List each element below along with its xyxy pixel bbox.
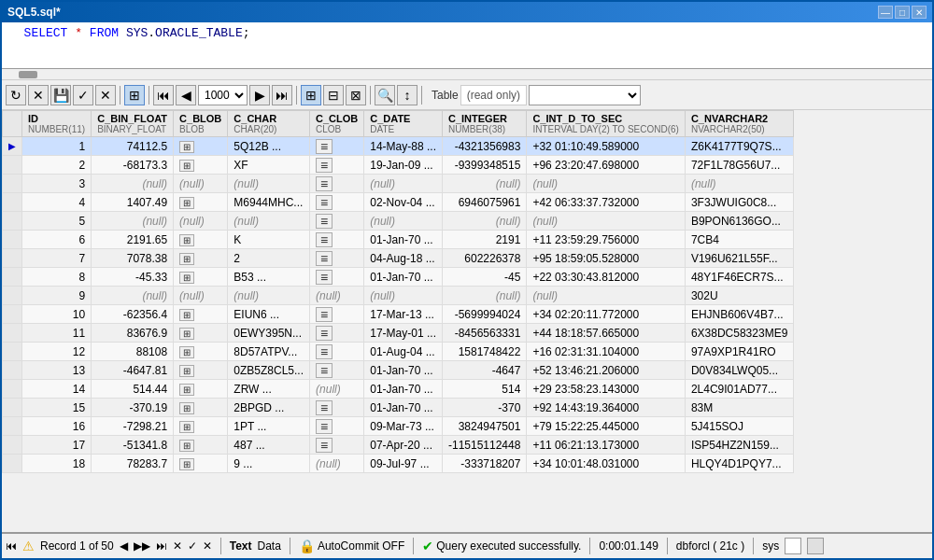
cell-clob[interactable]: (null) (310, 455, 364, 473)
cell-int-d[interactable]: +95 18:59:05.528000 (527, 249, 686, 268)
cell-char[interactable]: 2BPGD ... (228, 399, 310, 417)
cell-date[interactable]: 04-Aug-18 ... (364, 249, 443, 268)
cell-blob[interactable]: (null) (174, 287, 228, 305)
table-row[interactable]: 41407.49⊞M6944MHC...≡02-Nov-04 ...694607… (3, 193, 794, 212)
cell-blob[interactable]: ⊞ (174, 417, 228, 436)
cell-blob[interactable]: ⊞ (174, 343, 228, 361)
cell-nvarchar2[interactable]: ISP54HZ2N159... (685, 436, 793, 455)
cell-clob[interactable]: ≡ (310, 436, 364, 455)
cell-nvarchar2[interactable]: 2L4C9I01AD77... (685, 380, 793, 399)
cell-int-d[interactable]: +34 02:20:11.772000 (527, 305, 686, 324)
cell-integer[interactable]: (null) (442, 212, 526, 231)
cell-int-d[interactable]: +11 06:21:13.173000 (527, 436, 686, 455)
cell-integer[interactable]: 514 (442, 380, 526, 399)
cell-date[interactable]: 01-Jan-70 ... (364, 268, 443, 287)
cell-date[interactable]: (null) (364, 212, 443, 231)
save-button[interactable]: 💾 (50, 85, 71, 105)
nav-check[interactable]: ✓ (188, 539, 197, 553)
cell-id[interactable]: 5 (22, 212, 92, 231)
cell-id[interactable]: 15 (22, 399, 92, 417)
clob-icon[interactable]: ≡ (316, 307, 333, 322)
blob-icon[interactable]: ⊞ (179, 384, 194, 396)
cell-nvarchar2[interactable]: EHJNB606V4B7... (685, 305, 793, 324)
blob-icon[interactable]: ⊞ (179, 160, 194, 172)
blob-icon[interactable]: ⊞ (179, 402, 194, 414)
grid-view-button[interactable]: ⊞ (124, 85, 145, 105)
cell-clob[interactable]: (null) (310, 287, 364, 305)
rollback-button[interactable]: ✕ (95, 85, 116, 105)
cell-clob[interactable]: ≡ (310, 156, 364, 175)
grid-scroll[interactable]: IDNUMBER(11) C_BIN_FLOATBINARY_FLOAT C_B… (2, 110, 932, 532)
nav-del[interactable]: ✕ (203, 539, 212, 553)
blob-icon[interactable]: ⊞ (179, 458, 194, 470)
blob-icon[interactable]: ⊞ (179, 197, 194, 209)
cell-date[interactable]: 09-Jul-97 ... (364, 455, 443, 473)
cell-blob[interactable]: ⊞ (174, 193, 228, 212)
cell-bin-float[interactable]: 78283.7 (92, 455, 174, 473)
cell-char[interactable]: XF (228, 156, 310, 175)
cell-int-d[interactable]: +22 03:30:43.812000 (527, 268, 686, 287)
col-header-clob[interactable]: C_CLOBCLOB (310, 111, 364, 137)
cell-integer[interactable]: -4647 (442, 361, 526, 380)
cell-date[interactable]: 19-Jan-09 ... (364, 156, 443, 175)
text-view-btn[interactable]: Text (230, 539, 252, 553)
cell-nvarchar2[interactable]: 302U (685, 287, 793, 305)
cell-bin-float[interactable]: -7298.21 (92, 417, 174, 436)
cell-clob[interactable]: ≡ (310, 231, 364, 249)
cell-int-d[interactable]: +42 06:33:37.732000 (527, 193, 686, 212)
view-grid-button[interactable]: ⊞ (301, 85, 321, 105)
clob-icon[interactable]: ≡ (316, 438, 333, 453)
table-row[interactable]: 1183676.9⊞0EWY395N...≡17-May-01 ...-8456… (3, 324, 794, 343)
clob-icon[interactable]: ≡ (316, 195, 333, 210)
cell-char[interactable]: ZRW ... (228, 380, 310, 399)
cell-int-d[interactable]: +32 01:10:49.589000 (527, 137, 686, 156)
cell-id[interactable]: 8 (22, 268, 92, 287)
clob-icon[interactable]: ≡ (316, 326, 333, 341)
maximize-button[interactable]: □ (895, 6, 910, 19)
blob-icon[interactable]: ⊞ (179, 253, 194, 265)
cell-nvarchar2[interactable]: 7CB4 (685, 231, 793, 249)
table-row[interactable]: 10-62356.4⊞EIUN6 ...≡17-Mar-13 ...-56999… (3, 305, 794, 324)
page-size-select[interactable]: 1000 500 100 (198, 85, 248, 105)
clob-icon[interactable]: ≡ (316, 344, 333, 359)
view-form-button[interactable]: ⊟ (323, 85, 344, 105)
cell-bin-float[interactable]: 1407.49 (92, 193, 174, 212)
col-header-date[interactable]: C_DATEDATE (364, 111, 443, 137)
square-btn[interactable] (807, 538, 824, 554)
cell-nvarchar2[interactable]: 97A9XP1R41RO (685, 343, 793, 361)
cell-id[interactable]: 17 (22, 436, 92, 455)
cell-blob[interactable]: (null) (174, 212, 228, 231)
cell-char[interactable]: (null) (228, 287, 310, 305)
clob-icon[interactable]: ≡ (316, 139, 333, 154)
cell-id[interactable]: 13 (22, 361, 92, 380)
cell-clob[interactable]: ≡ (310, 399, 364, 417)
clob-icon[interactable]: ≡ (316, 251, 333, 266)
cell-bin-float[interactable]: 7078.38 (92, 249, 174, 268)
cell-integer[interactable]: (null) (442, 175, 526, 193)
cell-id[interactable]: 1 (22, 137, 92, 156)
last-page-button[interactable]: ⏭ (272, 85, 292, 105)
table-row[interactable]: 15-370.19⊞2BPGD ...≡01-Jan-70 ...-370+92… (3, 399, 794, 417)
cell-bin-float[interactable]: -4647.81 (92, 361, 174, 380)
table-row[interactable]: 13-4647.81⊞0ZB5Z8CL5...≡01-Jan-70 ...-46… (3, 361, 794, 380)
cell-clob[interactable]: ≡ (310, 175, 364, 193)
filter-button[interactable]: 🔍 (375, 85, 395, 105)
cell-date[interactable]: 14-May-88 ... (364, 137, 443, 156)
col-header-integer[interactable]: C_INTEGERNUMBER(38) (442, 111, 526, 137)
cell-date[interactable]: 01-Aug-04 ... (364, 343, 443, 361)
cell-date[interactable]: 07-Apr-20 ... (364, 436, 443, 455)
cell-clob[interactable]: ≡ (310, 361, 364, 380)
cell-blob[interactable]: ⊞ (174, 399, 228, 417)
col-header-blob[interactable]: C_BLOBBLOB (174, 111, 228, 137)
nav-last[interactable]: ⏭ (156, 539, 167, 553)
cell-clob[interactable]: ≡ (310, 324, 364, 343)
cell-int-d[interactable]: +44 18:18:57.665000 (527, 324, 686, 343)
h-scroll-area[interactable] (2, 69, 932, 80)
blob-icon[interactable]: ⊞ (179, 234, 194, 246)
clob-icon[interactable]: ≡ (316, 176, 333, 191)
cell-blob[interactable]: ⊞ (174, 455, 228, 473)
cell-date[interactable]: (null) (364, 287, 443, 305)
cell-int-d[interactable]: (null) (527, 212, 686, 231)
blob-icon[interactable]: ⊞ (179, 421, 194, 433)
cell-blob[interactable]: ⊞ (174, 231, 228, 249)
